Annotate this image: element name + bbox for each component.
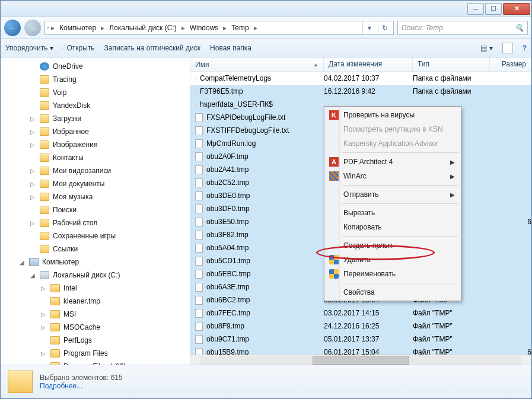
chevron-right-icon[interactable]: ▸ bbox=[223, 24, 227, 32]
expand-icon[interactable]: ▷ bbox=[29, 220, 36, 226]
folder-icon bbox=[195, 91, 196, 92]
tree-node[interactable]: ▷Моя музыка bbox=[17, 190, 190, 203]
tree-node[interactable]: Поиски bbox=[17, 203, 190, 216]
menu-item[interactable]: Переименовать bbox=[326, 267, 460, 281]
menu-label: Отправить bbox=[343, 190, 379, 199]
file-type: Папка с файлами bbox=[413, 87, 490, 95]
tree-node[interactable]: ▷MSOCache bbox=[17, 321, 190, 334]
expand-icon[interactable]: ▷ bbox=[29, 142, 36, 148]
tree-node[interactable]: ▷Intel bbox=[17, 282, 190, 295]
file-icon bbox=[195, 296, 203, 305]
expand-icon[interactable]: ▷ bbox=[40, 363, 47, 365]
tree-node[interactable]: Voip bbox=[17, 86, 190, 99]
tree-node[interactable]: ▷Program Files bbox=[17, 347, 190, 360]
tree-node[interactable]: ▷Изображения bbox=[17, 138, 190, 151]
folder-tree[interactable]: OneDriveTracingVoipYandexDisk▷Загрузки▷И… bbox=[1, 58, 190, 365]
tree-node[interactable]: ◢Компьютер bbox=[17, 256, 190, 269]
expand-icon[interactable]: ▷ bbox=[40, 285, 47, 292]
menu-item[interactable]: Свойства bbox=[326, 285, 460, 299]
file-row[interactable]: obu8F9.tmp24.12.2016 16:25Файл "TMP" bbox=[190, 320, 531, 333]
tree-node[interactable]: OneDrive bbox=[17, 60, 190, 73]
file-row[interactable]: obu9C71.tmp05.01.2017 13:37Файл "TMP" bbox=[190, 333, 531, 346]
chevron-right-icon[interactable]: ▸ bbox=[254, 24, 257, 32]
breadcrumb-seg[interactable]: Локальный диск (C:) bbox=[107, 23, 179, 33]
preview-pane-button[interactable] bbox=[502, 43, 513, 53]
new-folder-button[interactable]: Новая папка bbox=[210, 44, 251, 52]
menu-item[interactable]: Отправить▶ bbox=[326, 187, 460, 202]
expand-icon[interactable]: ▷ bbox=[40, 324, 47, 331]
tree-node[interactable]: ◢Локальный диск (C:) bbox=[17, 269, 190, 282]
tree-node[interactable]: ▷Мои документы bbox=[17, 177, 190, 190]
expand-icon[interactable]: ▷ bbox=[29, 129, 36, 135]
col-size[interactable]: Размер bbox=[490, 58, 531, 71]
h-scrollbar[interactable] bbox=[190, 355, 531, 365]
menu-item[interactable]: Копировать bbox=[326, 220, 460, 234]
chevron-right-icon[interactable]: ▸ bbox=[181, 24, 185, 32]
expand-icon[interactable]: ▷ bbox=[29, 168, 36, 174]
open-button[interactable]: Открыть bbox=[63, 44, 94, 52]
file-row[interactable]: CompatTelemetryLogs04.02.2017 10:37Папка… bbox=[190, 72, 531, 85]
search-input[interactable]: Поиск: Temp 🔍 bbox=[397, 21, 528, 35]
chevron-right-icon[interactable]: ▸ bbox=[101, 24, 104, 32]
status-bar: Выбрано элементов: 615 Подробнее... bbox=[1, 365, 531, 398]
tree-node[interactable]: ▷MSI bbox=[17, 308, 190, 321]
tree-node[interactable]: ▷Мои видеозаписи bbox=[17, 164, 190, 177]
menu-separator bbox=[342, 185, 458, 186]
tree-node[interactable]: PerfLogs bbox=[17, 334, 190, 347]
breadcrumb-seg[interactable]: Temp bbox=[229, 23, 251, 33]
organize-button[interactable]: Упорядочить ▾ bbox=[5, 44, 53, 52]
tree-node[interactable]: Tracing bbox=[17, 73, 190, 86]
breadcrumb-seg[interactable]: Windows bbox=[187, 23, 221, 33]
status-more-link[interactable]: Подробнее... bbox=[40, 382, 123, 390]
column-headers[interactable]: Имя▲ Дата изменения Тип Размер bbox=[190, 58, 531, 72]
minimize-button[interactable]: ─ bbox=[467, 3, 484, 15]
help-button[interactable]: ? bbox=[523, 44, 527, 52]
refresh-button[interactable]: ↻ bbox=[378, 21, 391, 34]
forward-button[interactable]: → bbox=[24, 20, 41, 36]
expand-icon[interactable]: ▷ bbox=[29, 116, 36, 122]
menu-item[interactable]: Создать ярлык bbox=[326, 238, 460, 253]
tree-node[interactable]: ▷Загрузки bbox=[17, 112, 190, 125]
file-row[interactable]: F3T96E5.tmp16.12.2016 9:42Папка с файлам… bbox=[190, 85, 531, 98]
expand-icon[interactable]: ▷ bbox=[40, 350, 47, 357]
tree-node[interactable]: ▷Program Files (x86) bbox=[17, 360, 190, 365]
menu-item[interactable]: Вырезать bbox=[326, 206, 460, 220]
col-type[interactable]: Тип bbox=[413, 58, 490, 71]
burn-button[interactable]: Записать на оптический диск bbox=[104, 44, 201, 52]
tree-node[interactable]: ▷Избранное bbox=[17, 125, 190, 138]
folder-icon bbox=[40, 101, 49, 110]
file-date: 06.01.2017 15:04 bbox=[324, 348, 413, 355]
tree-node[interactable]: Сохраненные игры bbox=[17, 229, 190, 242]
addr-dropdown-button[interactable]: ▾ bbox=[362, 21, 375, 34]
file-row[interactable]: obu7FEC.tmp03.02.2017 14:15Файл "TMP" bbox=[190, 307, 531, 320]
file-icon bbox=[195, 218, 203, 226]
expand-icon[interactable]: ▷ bbox=[29, 181, 36, 187]
tree-node[interactable]: YandexDisk bbox=[17, 99, 190, 112]
back-button[interactable]: ← bbox=[4, 20, 21, 36]
file-icon bbox=[195, 335, 203, 344]
col-date[interactable]: Дата изменения bbox=[324, 58, 413, 71]
scroll-thumb[interactable] bbox=[313, 356, 409, 365]
expand-icon[interactable]: ◢ bbox=[18, 259, 26, 266]
close-button[interactable]: ✕ bbox=[503, 3, 530, 15]
expand-icon[interactable]: ▷ bbox=[40, 311, 47, 318]
tree-label: Избранное bbox=[53, 127, 89, 136]
tree-node[interactable]: ▷Рабочий стол bbox=[17, 216, 190, 229]
menu-item[interactable]: APDF Architect 4▶ bbox=[326, 155, 460, 169]
menu-item[interactable]: Удалить bbox=[326, 253, 460, 267]
maximize-button[interactable]: ☐ bbox=[485, 3, 502, 15]
tree-node[interactable]: Контакты bbox=[17, 151, 190, 164]
menu-item[interactable]: KПроверить на вирусы bbox=[326, 108, 460, 122]
context-menu[interactable]: KПроверить на вирусыПосмотреть репутацию… bbox=[324, 106, 461, 301]
tree-node[interactable]: Ссылки bbox=[17, 242, 190, 256]
col-name[interactable]: Имя▲ bbox=[190, 58, 324, 71]
breadcrumb-seg[interactable]: Компьютер bbox=[57, 23, 98, 33]
address-bar[interactable]: ▸ Компьютер ▸ Локальный диск (C:) ▸ Wind… bbox=[44, 21, 394, 35]
view-options-button[interactable]: ▤ ▾ bbox=[480, 44, 492, 52]
expand-icon[interactable]: ◢ bbox=[29, 272, 36, 279]
tree-node[interactable]: kleaner.tmp bbox=[17, 295, 190, 308]
menu-item[interactable]: WinArc▶ bbox=[326, 169, 460, 183]
file-row[interactable]: obu15B9.tmp06.01.2017 15:04Файл "TMP"6 bbox=[190, 346, 531, 355]
chevron-right-icon[interactable]: ▸ bbox=[51, 24, 55, 32]
expand-icon[interactable]: ▷ bbox=[29, 194, 36, 200]
